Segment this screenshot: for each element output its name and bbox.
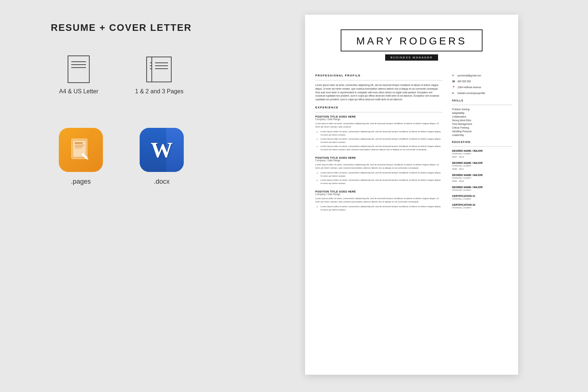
edu-cert-2: CERTIFICATION #2 University, Location xyxy=(452,204,512,209)
address-text: 2364 Hoffman Avenue xyxy=(458,86,481,89)
edu-years-2: 2006 - 2011 xyxy=(452,168,512,171)
document-double-icon xyxy=(146,55,172,83)
skill-7: Handling Pressure xyxy=(452,130,512,133)
skills-list: Problem Solving. Adaptability. Collabora… xyxy=(452,108,512,136)
bullet-3-1: Lorem ipsum dolor sit amet, consectetur … xyxy=(320,205,442,212)
experience-item-3: POSITION TITLE GOES HERE Company / Date … xyxy=(315,190,442,212)
skills-divider xyxy=(452,105,512,105)
exp-desc-2: Lorem ipsum dolor sit amet, consectetur … xyxy=(315,163,442,170)
edu-detail-cert-1: University, Location xyxy=(452,197,512,201)
edu-detail-cert-2: University, Location xyxy=(452,206,512,209)
resume-paper: MARY RODGERS BUSINESS MANAGER PROFESSION… xyxy=(305,15,518,375)
edu-detail-3: University, Location xyxy=(452,176,512,180)
edu-degree-4: DEGREE NAME / MAJOR xyxy=(452,186,512,188)
feature-a4: A4 & US Letter xyxy=(59,55,98,95)
contact-address: 📍 2364 Hoffman Avenue xyxy=(452,86,512,89)
linkedin-text: linkedin.com/in/yourprofile xyxy=(458,91,485,95)
skill-3: Collaboration. xyxy=(452,115,512,118)
exp-desc-1: Lorem ipsum dolor sit amet, consectetur … xyxy=(315,122,442,129)
exp-bullets-1: Lorem ipsum dolor sit amet, consectetur … xyxy=(315,130,442,151)
profile-section: PROFESSIONAL PROFILE Lorem ipsum dolor s… xyxy=(315,74,442,101)
exp-company-3: Company / Date Range xyxy=(315,193,442,195)
skill-2: Adaptability. xyxy=(452,112,512,114)
feature-a4-label: A4 & US Letter xyxy=(59,88,98,95)
edu-degree-2: DEGREE NAME / MAJOR xyxy=(452,162,512,164)
edu-years-1: 2007 - 2013 xyxy=(452,155,512,159)
phone-text: 895 555 555 xyxy=(458,80,471,83)
experience-item-1: POSITION TITLE GOES HERE Company / Date … xyxy=(315,115,442,151)
resume-sidebar: ✉ youremail@gmail.com ☎ 895 555 555 📍 23… xyxy=(448,74,518,375)
word-icon-inner: W xyxy=(140,128,184,172)
svg-rect-5 xyxy=(75,148,82,148)
name-box: MARY RODGERS xyxy=(341,29,482,51)
profile-title: PROFESSIONAL PROFILE xyxy=(315,74,442,77)
word-letter: W xyxy=(151,137,173,163)
edu-degree-3: DEGREE NAME / MAJOR xyxy=(452,174,512,176)
experience-title: EXPERIENCE xyxy=(315,106,442,109)
edu-years-3: 2005 - 2010 xyxy=(452,180,512,183)
edu-1: DEGREE NAME / MAJOR University, Location… xyxy=(452,150,512,159)
resume-main: PROFESSIONAL PROFILE Lorem ipsum dolor s… xyxy=(305,74,448,375)
edu-detail-4: University, Location xyxy=(452,188,512,192)
exp-title-1: POSITION TITLE GOES HERE xyxy=(315,115,442,118)
resume-title-badge: BUSINESS MANAGER xyxy=(385,54,438,61)
word-app: W .docx xyxy=(140,128,184,186)
profile-text: Lorem ipsum dolor sit amet, consectetur … xyxy=(315,83,442,101)
features-row: A4 & US Letter 1 & 2 and 3 Pages xyxy=(59,55,183,95)
svg-rect-4 xyxy=(75,146,83,147)
edu-4: DEGREE NAME / MAJOR University, Location xyxy=(452,186,512,192)
edu-detail-1: University, Location xyxy=(452,152,512,155)
exp-title-3: POSITION TITLE GOES HERE xyxy=(315,190,442,193)
education-divider xyxy=(452,146,512,147)
svg-rect-3 xyxy=(75,145,84,145)
contact-linkedin: in linkedin.com/in/yourprofile xyxy=(452,91,512,95)
resume-header: MARY RODGERS BUSINESS MANAGER xyxy=(305,15,518,68)
word-icon: W xyxy=(140,128,184,172)
skill-4: Strong Work Ethic. xyxy=(452,119,512,122)
exp-bullets-3: Lorem ipsum dolor sit amet, consectetur … xyxy=(315,205,442,212)
resume-body: PROFESSIONAL PROFILE Lorem ipsum dolor s… xyxy=(305,68,518,375)
experience-divider xyxy=(315,112,442,112)
main-title: RESUME + COVER LETTER xyxy=(51,22,192,33)
experience-section: EXPERIENCE POSITION TITLE GOES HERE Comp… xyxy=(315,106,442,212)
bullet-2-1: Lorem ipsum dolor sit amet, consectetur … xyxy=(320,171,442,178)
page2 xyxy=(151,57,172,82)
app-icons-row: .pages W .docx xyxy=(59,128,184,186)
email-icon: ✉ xyxy=(452,74,456,77)
edu-degree-cert-1: CERTIFICATION #1 xyxy=(452,195,512,197)
exp-title-2: POSITION TITLE GOES HERE xyxy=(315,157,442,159)
exp-bullets-2: Lorem ipsum dolor sit amet, consectetur … xyxy=(315,171,442,185)
location-icon: 📍 xyxy=(452,86,456,89)
exp-desc-3: Lorem ipsum dolor sit amet, consectetur … xyxy=(315,197,442,204)
pages-svg xyxy=(68,137,94,163)
pages-icon xyxy=(59,128,103,172)
edu-3: DEGREE NAME / MAJOR University, Location… xyxy=(452,174,512,183)
exp-company-2: Company / Date Range xyxy=(315,159,442,162)
education-title: EDUCATION xyxy=(452,141,512,143)
contact-email: ✉ youremail@gmail.com xyxy=(452,74,512,77)
feature-pages-label: 1 & 2 and 3 Pages xyxy=(135,88,184,95)
skill-5: Time Management. xyxy=(452,123,512,125)
edu-2: DEGREE NAME / MAJOR University, Location… xyxy=(452,162,512,171)
docx-label: .docx xyxy=(154,178,169,186)
experience-item-2: POSITION TITLE GOES HERE Company / Date … xyxy=(315,157,442,185)
skill-8: Leadership xyxy=(452,134,512,136)
email-text: youremail@gmail.com xyxy=(458,74,481,77)
pages-app: .pages xyxy=(59,128,103,186)
bullet-2-2: Lorem ipsum dolor sit amet, consectetur … xyxy=(320,179,442,185)
exp-company-1: Company / Date Range xyxy=(315,118,442,121)
left-panel: RESUME + COVER LETTER A4 & US Letter 1 &… xyxy=(0,0,243,392)
bullet-1-1: Lorem ipsum dolor sit amet, consectetur … xyxy=(320,130,442,137)
contact-phone: ☎ 895 555 555 xyxy=(452,80,512,83)
bullet-1-3: Lorem ipsum dolor sit amet, consectetur … xyxy=(320,145,442,151)
edu-cert-1: CERTIFICATION #1 University, Location xyxy=(452,195,512,201)
skills-title: SKILLS xyxy=(452,99,512,102)
document-icon xyxy=(68,55,90,83)
right-panel: MARY RODGERS BUSINESS MANAGER PROFESSION… xyxy=(243,0,588,392)
skill-6: Critical Thinking. xyxy=(452,126,512,129)
resume-name: MARY RODGERS xyxy=(356,35,467,47)
pages-label: .pages xyxy=(71,178,91,186)
skill-1: Problem Solving. xyxy=(452,108,512,111)
svg-rect-2 xyxy=(75,143,83,144)
edu-degree-cert-2: CERTIFICATION #2 xyxy=(452,204,512,206)
